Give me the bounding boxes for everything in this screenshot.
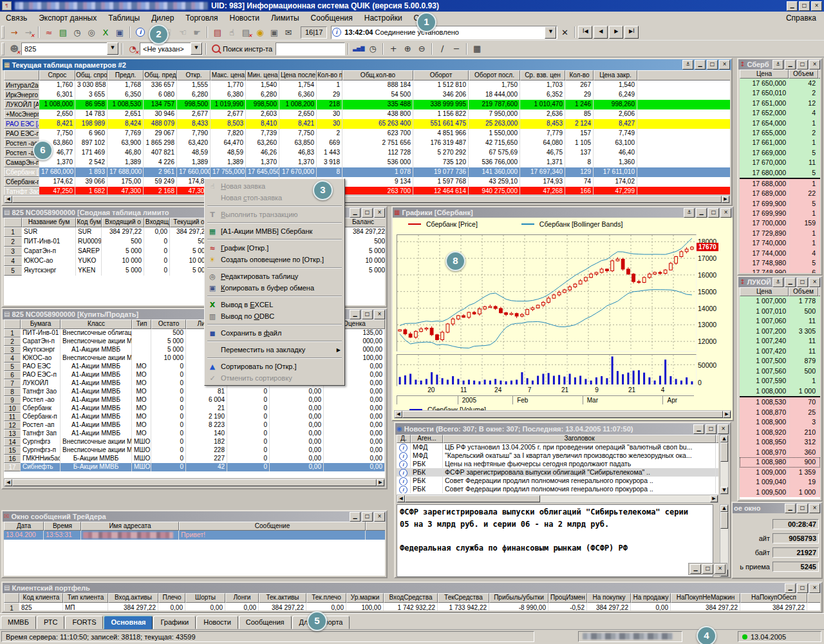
column-header[interactable]: Цена <box>740 287 789 296</box>
table-row[interactable]: iРБКЦены на нефтяные фьючерсы сегодня пр… <box>397 460 718 468</box>
chart-icon[interactable]: ≈ <box>42 26 56 39</box>
close-button[interactable]: × <box>718 424 729 434</box>
app-minimize-button[interactable]: ▁ <box>787 1 798 11</box>
column-header[interactable]: Класс <box>61 319 132 329</box>
tab-новости[interactable]: Новости <box>196 616 238 629</box>
table-row[interactable]: 1 007,24011 <box>740 336 820 346</box>
window-title-bar[interactable]: ✉ Окно сообщений Трейдера ▁ □ × <box>3 511 386 522</box>
toolbar-grip[interactable] <box>1 26 5 39</box>
table-row[interactable]: 1 007,06011 <box>740 316 820 327</box>
scroll-left-button[interactable]: ◀ <box>395 411 402 418</box>
bar-chart-icon[interactable]: ▃▅▇ <box>351 43 366 55</box>
table-row[interactable]: 1 007,2003 305 <box>740 327 820 337</box>
column-header[interactable]: Тип клиента <box>63 593 108 603</box>
scroll-thumb[interactable] <box>405 495 540 502</box>
menu-item-лимиты[interactable]: Лимиты <box>265 12 305 24</box>
column-header[interactable]: НаПокупНеМаржин <box>671 593 740 603</box>
dropdown-arrow-button[interactable]: ▼ <box>191 43 202 55</box>
scroll-up-button[interactable]: ▲ <box>720 435 728 442</box>
tab-forts[interactable]: FORTS <box>65 616 103 629</box>
connect-icon[interactable]: → <box>7 26 21 39</box>
column-header[interactable]: Д. <box>397 435 411 443</box>
table-row[interactable]: 1 008,950312 <box>740 437 820 448</box>
scroll-right-button[interactable]: ▶ <box>722 196 729 203</box>
context-menu-item[interactable]: ◎Редактировать таблицу <box>206 270 343 282</box>
column-header[interactable]: Объем <box>789 287 818 296</box>
user-filter-icon[interactable]: ☻✕ <box>7 43 21 55</box>
table-row[interactable]: iРБКСовет Федерации продлил полномочия г… <box>397 477 718 485</box>
line-tool-icon[interactable]: ∕ <box>435 43 449 55</box>
table-row[interactable]: iРБКФСФР зарегистрировала выпуски облига… <box>397 468 718 477</box>
column-header[interactable]: Сообщение <box>179 522 366 531</box>
table-row[interactable]: 17 699,9901 <box>740 209 820 218</box>
context-menu-item[interactable]: Переместить на закладку▶ <box>206 344 343 355</box>
pin-anchor-button[interactable]: ⚓ <box>772 60 783 70</box>
hline-tool-icon[interactable]: − <box>449 43 464 55</box>
horizontal-scrollbar[interactable]: ◀ ▶ <box>4 195 730 204</box>
column-header[interactable]: Макс. цена <box>211 70 246 80</box>
menu-item-help[interactable]: Справка <box>778 12 824 24</box>
table-row[interactable]: 17 689,00022 <box>740 189 820 198</box>
menu-item-настройки[interactable]: Настройки <box>359 12 408 24</box>
grid-icon[interactable]: ▦ <box>470 43 484 55</box>
close-button[interactable]: × <box>374 208 385 218</box>
window-title-bar[interactable]: ое окно ▁ □ × <box>733 503 821 513</box>
menu-item-связь[interactable]: Связь <box>0 12 33 24</box>
column-header[interactable]: Бумага <box>21 319 61 329</box>
scroll-right-button[interactable]: ▶ <box>710 495 718 502</box>
maximize-button[interactable]: □ <box>797 583 808 593</box>
table-row[interactable]: 1 008,53070 <box>740 396 820 408</box>
table-row[interactable]: 1 008,920210 <box>740 428 820 438</box>
table-row[interactable]: 17 699,9005 <box>740 199 820 209</box>
scroll-up-button[interactable]: ▲ <box>720 505 728 512</box>
column-header[interactable]: Плечо <box>158 593 185 603</box>
maximize-button[interactable]: □ <box>706 424 716 434</box>
table-row[interactable]: 11Сбербанк-пА1-Акции ММВБМО02 19000,000,… <box>4 413 385 421</box>
table-row[interactable]: 17 650,00042 <box>740 79 820 88</box>
table-row[interactable]: 17 652,0004 <box>740 108 820 118</box>
pin-anchor-button[interactable]: ⚓ <box>682 60 693 70</box>
pin-anchor-button[interactable]: ⚓ <box>772 278 783 287</box>
copy-pages-icon[interactable]: ▣ <box>267 26 281 39</box>
crosshair-icon[interactable]: + <box>386 43 400 55</box>
alarm-table-icon[interactable]: ◷ <box>70 26 84 39</box>
table-row[interactable]: 1 007,010500 <box>740 307 820 317</box>
window-title-bar[interactable]: ↕ Сберб ⚓ ▁ □ × <box>738 59 821 70</box>
scroll-thumb[interactable] <box>720 512 728 529</box>
table-row[interactable]: 13Татнфт 3апА1-Акции ММВБМО014000,000,00 <box>4 430 385 438</box>
column-header[interactable]: Общ. пред <box>144 70 177 80</box>
clock-icon[interactable]: ◷ <box>366 43 380 55</box>
close-button[interactable]: × <box>715 564 726 574</box>
window-title-bar[interactable]: ↕ ЛУКОЙ ⚓ ▁ □ × <box>738 277 821 287</box>
column-header[interactable]: Цена после <box>279 70 317 80</box>
pin-anchor-button[interactable]: ⚓ <box>684 208 695 218</box>
column-header[interactable]: ВходСредства <box>384 593 438 603</box>
menu-item-торговля[interactable]: Торговля <box>180 12 223 24</box>
copy-table-icon[interactable]: ▣ <box>113 26 127 39</box>
scroll-down-button[interactable]: ▼ <box>720 487 728 494</box>
column-header[interactable]: Заголовок <box>443 435 716 443</box>
zoom-in-icon[interactable]: ⊕ <box>400 43 415 55</box>
column-header[interactable]: Тип <box>132 319 151 329</box>
column-header[interactable] <box>4 319 21 329</box>
close-button[interactable]: × <box>809 583 820 593</box>
tab-ртс[interactable]: РТС <box>37 616 65 629</box>
table-row[interactable]: 1 007,500879 <box>740 356 820 366</box>
table-row[interactable]: Сбербанк-п174,6239 066175,0059 249174,80… <box>4 177 730 187</box>
volume-plot[interactable] <box>397 354 697 386</box>
table-row[interactable]: 9Ростел -аоА1-Акции ММВБМО06 00400,000,0… <box>4 396 385 404</box>
table-row[interactable]: 1 009,0001 359 <box>740 468 820 478</box>
table-row[interactable]: ИркЭнерго [6,3013 6556,3506 0806,2806,38… <box>4 90 730 100</box>
column-header[interactable]: Шорты <box>185 593 225 603</box>
scroll-thumb[interactable] <box>720 442 728 462</box>
close-button[interactable]: × <box>809 504 820 513</box>
column-header[interactable]: НаПокупОбесп <box>740 593 807 603</box>
minimize-button[interactable]: ▁ <box>695 60 706 70</box>
dropdown-arrow-button[interactable]: ▼ <box>107 43 118 55</box>
scroll-left-button[interactable]: ◀ <box>5 196 12 203</box>
table-row[interactable]: 15Сургнфгз-пВнесписочные акции ММВБМШО02… <box>4 446 385 455</box>
column-header[interactable]: Дата <box>4 522 44 531</box>
table-row[interactable]: СамарЭн-п1,3702 5421,3894 2261,3891,3891… <box>4 158 730 167</box>
column-header[interactable] <box>4 593 19 603</box>
table-row[interactable]: 1 008,0001 000 <box>740 386 820 397</box>
